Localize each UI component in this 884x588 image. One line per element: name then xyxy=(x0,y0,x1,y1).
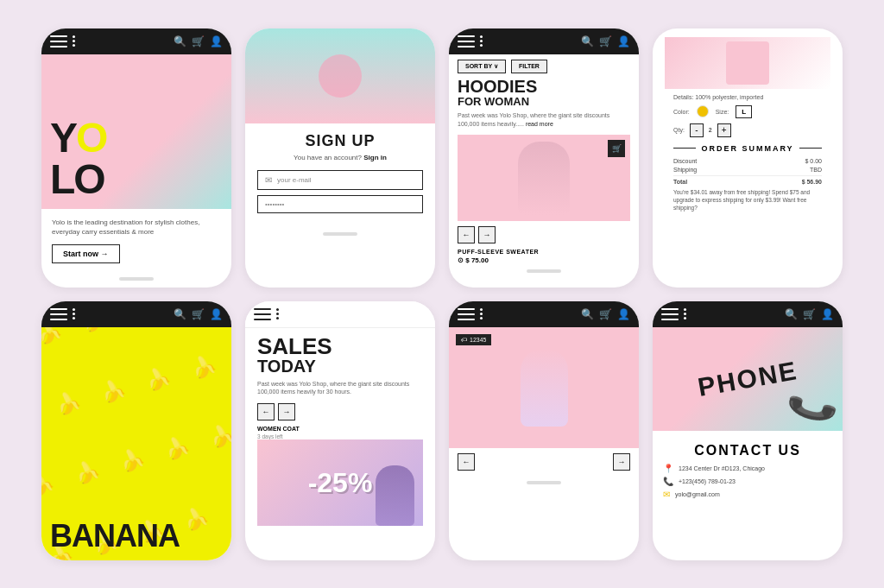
add-to-cart-button[interactable]: 🛒 xyxy=(608,140,625,157)
dots-menu-icon[interactable] xyxy=(71,308,77,319)
search-icon[interactable]: 🔍 xyxy=(174,308,186,320)
home-indicator xyxy=(119,277,154,281)
email-field[interactable]: ✉ your e-mail xyxy=(257,170,423,190)
email-icon: ✉ xyxy=(265,175,272,185)
card-yolo: 🔍 🛒 👤 YO LO Yolo is the leading destinat… xyxy=(41,28,231,288)
card-hoodies: 🔍 🛒 👤 SORT BY ∨ FILTER HOODIES FOR WOMAN… xyxy=(449,28,639,288)
home-indicator xyxy=(527,269,561,273)
summary-shipping-row: Shipping TBD xyxy=(673,167,822,173)
hamburger-icon[interactable] xyxy=(661,308,679,320)
card-product-listing: 🔍 🛒 👤 🏷12345 ← → xyxy=(449,301,639,560)
password-field[interactable]: •••••••• xyxy=(257,195,423,213)
discount-badge: -25% xyxy=(308,467,373,499)
color-swatch[interactable] xyxy=(697,105,709,117)
dots-menu-icon[interactable] xyxy=(71,35,77,47)
cart-icon[interactable]: 🛒 xyxy=(803,308,816,320)
cart-icon[interactable]: 🛒 xyxy=(599,35,612,47)
order-summary-title: ORDER SUMMARY xyxy=(673,144,822,153)
nav-bar-8: 🔍 🛒 👤 xyxy=(653,301,843,327)
details-row: Details: 100% polyester, imported xyxy=(673,94,822,100)
signup-form: SIGN UP You have an account? Sign in ✉ y… xyxy=(245,123,435,227)
hero-section: YO LO xyxy=(41,54,231,210)
dots-menu-icon[interactable] xyxy=(682,308,688,319)
qty-increase-button[interactable]: + xyxy=(717,123,731,137)
contact-title: CONTACT US xyxy=(663,443,832,458)
product-label: WOMEN COAT xyxy=(257,426,423,432)
days-left: 3 days left xyxy=(257,433,423,439)
hamburger-icon[interactable] xyxy=(458,35,475,47)
next-item-button[interactable]: → xyxy=(613,453,630,471)
search-icon[interactable]: 🔍 xyxy=(785,308,798,320)
signup-hero-image xyxy=(245,28,435,123)
nav-bar-1: 🔍 🛒 👤 xyxy=(41,28,231,54)
cart-icon[interactable]: 🛒 xyxy=(192,35,205,47)
hamburger-icon[interactable] xyxy=(50,308,67,320)
product-image: 🛒 xyxy=(458,135,630,221)
size-selector[interactable]: L xyxy=(736,105,752,118)
qty-decrease-button[interactable]: - xyxy=(690,123,704,137)
user-icon[interactable]: 👤 xyxy=(617,35,630,47)
summary-total-row: Total $ 56.90 xyxy=(673,175,822,185)
banana-text: BANANA xyxy=(41,512,188,560)
quantity-row: Qty: - 2 + xyxy=(673,123,822,137)
next-sale-button[interactable]: → xyxy=(278,403,295,420)
product-name: PUFF-SLEEVE SWEATER xyxy=(458,249,630,255)
phone-text: PHONE xyxy=(696,356,800,402)
home-indicator xyxy=(323,232,357,236)
card-body: Yolo is the leading destination for styl… xyxy=(41,209,231,271)
search-icon[interactable]: 🔍 xyxy=(174,35,186,47)
phone-icon: 📞 xyxy=(663,477,673,486)
hoodies-desc: Past week was Yolo Shop, where the giant… xyxy=(458,111,630,129)
product-image-area: 🏷12345 xyxy=(449,327,639,448)
email-item: ✉ yolo@gmail.com xyxy=(663,490,832,499)
yolo-text: YO LO xyxy=(50,117,106,200)
next-product-button[interactable]: → xyxy=(478,226,496,243)
card-order-summary: Details: 100% polyester, imported Color:… xyxy=(653,28,843,288)
search-icon[interactable]: 🔍 xyxy=(581,308,594,320)
dots-menu-icon[interactable] xyxy=(478,308,484,319)
hoodies-title: HOODIES FOR WOMAN xyxy=(458,77,630,108)
sort-by-button[interactable]: SORT BY ∨ xyxy=(458,60,506,73)
prev-sale-button[interactable]: ← xyxy=(257,403,275,420)
product-arrows: ← → xyxy=(449,448,639,476)
user-icon[interactable]: 👤 xyxy=(617,308,630,320)
filter-button[interactable]: FILTER xyxy=(511,60,547,73)
dots-menu-icon[interactable] xyxy=(478,35,484,47)
user-icon[interactable]: 👤 xyxy=(210,35,223,47)
tagline: Yolo is the leading destination for styl… xyxy=(52,218,221,237)
nav-bar-3: 🔍 🛒 👤 xyxy=(449,28,639,54)
card-banana: 🔍 🛒 👤 🍌🍌🍌🍌🍌 🍌🍌🍌🍌🍌 🍌🍌🍌🍌🍌 🍌🍌🍌🍌🍌 BANANA xyxy=(41,301,231,560)
dots-menu-icon[interactable] xyxy=(275,308,281,319)
product-nav-arrows: ← → xyxy=(458,226,630,243)
prev-item-button[interactable]: ← xyxy=(458,453,475,471)
cart-icon[interactable]: 🛒 xyxy=(192,308,205,320)
free-shipping-note: You're $34.01 away from free shipping! S… xyxy=(673,188,822,212)
sales-nav-arrows: ← → xyxy=(257,403,423,420)
product-section: HOODIES FOR WOMAN Past week was Yolo Sho… xyxy=(449,77,639,265)
read-more-link[interactable]: read more xyxy=(526,121,553,127)
product-price: ⊙ $ 75.00 xyxy=(458,256,630,264)
mail-icon: ✉ xyxy=(663,490,670,499)
summary-discount-row: Discount $ 0.00 xyxy=(673,158,822,164)
today-title: TODAY xyxy=(257,357,423,375)
signin-link[interactable]: Sign in xyxy=(363,154,387,161)
sales-title: SALES xyxy=(257,335,423,357)
banana-hero: 🍌🍌🍌🍌🍌 🍌🍌🍌🍌🍌 🍌🍌🍌🍌🍌 🍌🍌🍌🍌🍌 BANANA xyxy=(41,327,231,560)
phone-item: 📞 +123(456) 789-01-23 xyxy=(663,477,832,486)
hamburger-icon[interactable] xyxy=(458,308,475,320)
user-icon[interactable]: 👤 xyxy=(821,308,834,320)
phone-hero-image: PHONE 📞 xyxy=(653,327,843,431)
product-tag: 🏷12345 xyxy=(456,334,491,345)
search-icon[interactable]: 🔍 xyxy=(581,35,594,47)
card-sales: SALES TODAY Past week was Yolo Shop, whe… xyxy=(245,301,435,560)
prev-product-button[interactable]: ← xyxy=(458,226,475,243)
start-now-button[interactable]: Start now → xyxy=(52,244,120,263)
hamburger-icon[interactable] xyxy=(50,35,67,47)
signup-title: SIGN UP xyxy=(257,132,423,150)
cart-icon[interactable]: 🛒 xyxy=(599,308,612,320)
user-icon[interactable]: 👤 xyxy=(210,308,223,320)
address-item: 📍 1234 Center Dr #D123, Chicago xyxy=(663,464,832,473)
hamburger-icon[interactable] xyxy=(254,308,271,320)
nav-bar-6 xyxy=(245,301,435,328)
sales-content: SALES TODAY Past week was Yolo Shop, whe… xyxy=(245,328,435,534)
